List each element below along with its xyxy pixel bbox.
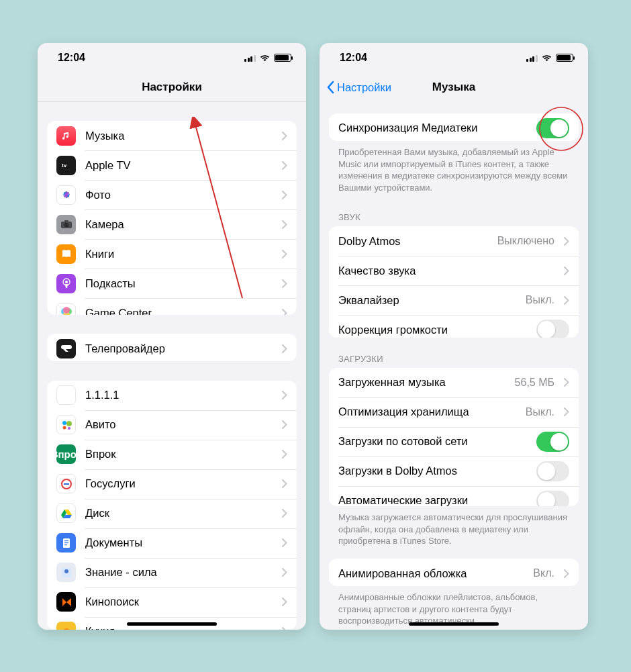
app-icon-1111: 1 xyxy=(56,385,76,405)
svg-point-17 xyxy=(63,307,70,314)
row-label: Знание - сила xyxy=(85,566,273,579)
row-label: Документы xyxy=(85,536,273,549)
downloads-footer-text: Музыка загружается автоматически для про… xyxy=(329,506,579,550)
row-label: Apple TV xyxy=(85,159,273,172)
app-icon-znanie xyxy=(56,563,76,582)
dolby-downloads-row[interactable]: Загрузки в Dolby Atmos xyxy=(329,457,579,486)
apple-apps-group: Музыка tv Apple TV xyxy=(47,121,297,315)
row-detail: Выключено xyxy=(497,235,554,247)
auto-downloads-toggle[interactable] xyxy=(536,491,569,507)
settings-row-gamecenter[interactable]: Game Center xyxy=(47,298,297,315)
settings-row-avito[interactable]: Авито xyxy=(47,410,297,440)
volume-correction-toggle[interactable] xyxy=(536,320,569,337)
svg-rect-24 xyxy=(64,540,68,541)
storage-optimization-row[interactable]: Оптимизация хранилища Выкл. xyxy=(329,397,579,427)
animated-cover-group: Анимированная обложка Вкл. xyxy=(329,559,579,586)
settings-row-camera[interactable]: Камера xyxy=(47,209,297,239)
status-time: 12:04 xyxy=(58,52,85,64)
row-label: Качество звука xyxy=(338,265,554,277)
audio-quality-row[interactable]: Качество звука xyxy=(329,256,579,285)
chevron-right-icon xyxy=(282,568,287,577)
settings-row-music[interactable]: Музыка xyxy=(47,121,297,150)
equalizer-row[interactable]: Эквалайзер Выкл. xyxy=(329,285,579,315)
chevron-right-icon xyxy=(282,420,287,429)
page-title: Настройки xyxy=(142,81,202,94)
volume-correction-row[interactable]: Коррекция громкости xyxy=(329,315,579,337)
chevron-right-icon xyxy=(282,450,287,459)
row-label: 1.1.1.1 xyxy=(85,389,273,401)
row-label: Авито xyxy=(85,418,273,431)
svg-rect-25 xyxy=(64,542,68,543)
settings-row-tvprovider[interactable]: Телепровайдер xyxy=(47,334,297,361)
chevron-right-icon xyxy=(564,267,569,275)
sync-library-toggle[interactable] xyxy=(536,118,569,138)
settings-row-vprok[interactable]: Впрок Впрок xyxy=(47,440,297,469)
row-label: Книги xyxy=(85,248,273,260)
chevron-right-icon xyxy=(282,161,287,170)
svg-point-20 xyxy=(62,426,66,429)
settings-row-docs[interactable]: Документы xyxy=(47,528,297,558)
svg-point-21 xyxy=(68,427,70,430)
app-icon-kuhnya xyxy=(56,622,76,630)
back-button[interactable]: Настройки xyxy=(326,73,391,102)
chevron-right-icon xyxy=(282,279,287,288)
chevron-left-icon xyxy=(326,81,334,94)
page-title: Музыка xyxy=(432,81,475,94)
cellular-downloads-row[interactable]: Загрузки по сотовой сети xyxy=(329,427,579,457)
chevron-right-icon xyxy=(564,378,569,387)
app-icon-vprok: Впрок xyxy=(56,444,76,464)
dolby-atmos-row[interactable]: Dolby Atmos Выключено xyxy=(329,226,579,256)
chevron-right-icon xyxy=(282,627,287,630)
row-detail: Выкл. xyxy=(526,406,554,418)
row-label: Музыка xyxy=(85,130,273,142)
row-label: Загрузки в Dolby Atmos xyxy=(338,465,527,477)
chevron-right-icon xyxy=(282,509,287,518)
dolby-downloads-toggle[interactable] xyxy=(536,461,569,481)
auto-downloads-row[interactable]: Автоматические загрузки xyxy=(329,486,579,507)
settings-row-kinopoisk[interactable]: Кинопоиск xyxy=(47,587,297,617)
chevron-right-icon xyxy=(282,220,287,229)
app-icon-kinopoisk xyxy=(56,592,76,612)
row-label: Фото xyxy=(85,189,273,201)
cellular-downloads-toggle[interactable] xyxy=(536,432,569,452)
chevron-right-icon xyxy=(282,344,287,353)
settings-row-photos[interactable]: Фото xyxy=(47,180,297,209)
app-icon-disk xyxy=(56,503,76,523)
row-label: Загруженная музыка xyxy=(338,376,505,389)
cellular-signal-icon xyxy=(244,54,256,62)
appletv-app-icon: tv xyxy=(56,156,76,175)
settings-row-gosuslugi[interactable]: Госуслуги xyxy=(47,469,297,499)
row-label: Game Center xyxy=(85,307,273,315)
nav-bar: Настройки Музыка xyxy=(320,73,588,102)
settings-row-appletv[interactable]: tv Apple TV xyxy=(47,150,297,180)
settings-row-disk[interactable]: Диск xyxy=(47,499,297,528)
svg-point-19 xyxy=(66,421,72,426)
settings-row-books[interactable]: Книги xyxy=(47,239,297,269)
row-label: Коррекция громкости xyxy=(338,324,527,336)
downloads-section-header: ЗАГРУЗКИ xyxy=(329,338,579,368)
sound-group: Dolby Atmos Выключено Качество звука Экв… xyxy=(329,226,579,337)
battery-icon xyxy=(274,54,291,62)
sync-footer-text: Приобретенная Вами музыка, добавляемый и… xyxy=(329,141,579,196)
downloaded-music-row[interactable]: Загруженная музыка 56,5 МБ xyxy=(329,368,579,397)
chevron-right-icon xyxy=(282,597,287,606)
back-label: Настройки xyxy=(337,81,391,94)
books-app-icon xyxy=(56,244,76,264)
settings-row-podcasts[interactable]: Подкасты xyxy=(47,269,297,298)
animated-cover-row[interactable]: Анимированная обложка Вкл. xyxy=(329,559,579,586)
sound-section-header: ЗВУК xyxy=(329,196,579,226)
wifi-icon xyxy=(259,54,271,62)
sync-library-row[interactable]: Синхронизация Медиатеки xyxy=(329,113,579,141)
tv-provider-group: Телепровайдер xyxy=(47,334,297,361)
svg-rect-26 xyxy=(64,544,67,545)
chevron-right-icon xyxy=(282,538,287,547)
row-label: Анимированная обложка xyxy=(338,567,524,580)
settings-row-znanie[interactable]: Знание - сила xyxy=(47,558,297,587)
settings-music-screen: 12:04 Настройки Музыка Синхронизация Мед… xyxy=(320,43,588,630)
svg-point-18 xyxy=(62,421,66,425)
row-label: Кинопоиск xyxy=(85,595,273,608)
row-label: Телепровайдер xyxy=(85,342,273,355)
status-bar: 12:04 xyxy=(320,43,588,73)
settings-row-1111[interactable]: 1 1.1.1.1 xyxy=(47,381,297,410)
row-detail: Выкл. xyxy=(526,294,554,306)
